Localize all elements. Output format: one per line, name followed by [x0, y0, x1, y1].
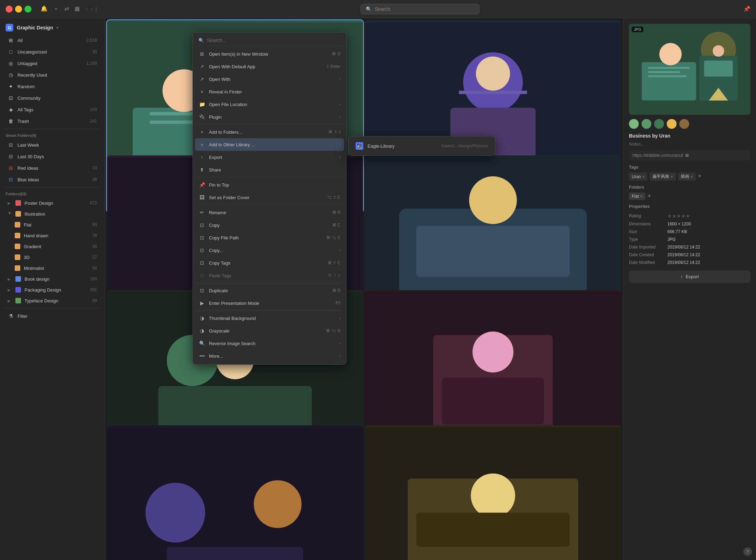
folder-expand-icon-illus: ▶ — [8, 212, 12, 216]
sidebar-item-trash[interactable]: 🗑 Trash 141 — [2, 115, 103, 127]
layout-icon[interactable]: ▦ — [75, 5, 80, 13]
menu-item-copy[interactable]: ⊡ Copy ⌘ C — [195, 219, 344, 231]
menu-item-rename[interactable]: ✏ Rename ⌘ R — [195, 206, 344, 219]
tag-illustration-remove[interactable]: × — [691, 174, 693, 179]
sidebar-item-recently-used[interactable]: ◷ Recently Used — [2, 69, 103, 80]
tags-section-title: Tags — [629, 165, 750, 170]
context-search-input[interactable] — [207, 37, 341, 43]
sync-icon[interactable]: ⇄ — [64, 5, 69, 13]
sidebar-item-gradient[interactable]: Gradient 34 — [2, 241, 103, 252]
add-icon[interactable]: ＋ — [53, 5, 59, 13]
menu-item-add-other-library[interactable]: + Add to Other Library ... › 🦅 Eagle-Lib… — [195, 138, 344, 151]
detail-color-4[interactable] — [667, 119, 677, 129]
context-menu-overlay[interactable]: 🔍 ⊞ Open Item(s) in New Window ⌘ O ↗ Ope… — [105, 18, 623, 560]
submenu-add-library: 🦅 Eagle-Library /Users/.../design/Pictur… — [348, 136, 495, 156]
titlebar-search[interactable]: 🔍 Search — [360, 4, 479, 14]
menu-item-open-new-window[interactable]: ⊞ Open Item(s) in New Window ⌘ O — [195, 48, 344, 60]
folders-section-title: Folders — [629, 185, 750, 190]
menu-item-share[interactable]: ⬆ Share — [195, 163, 344, 176]
sidebar-item-red-ideas[interactable]: ⊟ Red Ideas 33 — [2, 162, 103, 174]
sidebar-item-untagged[interactable]: ◎ Untagged 1,190 — [2, 58, 103, 69]
tag-uran-remove[interactable]: × — [642, 174, 645, 179]
fullscreen-button[interactable] — [24, 6, 31, 13]
tag-add-button[interactable]: + — [698, 173, 702, 181]
recently-used-icon: ◷ — [8, 72, 14, 78]
detail-color-2[interactable] — [642, 119, 651, 129]
menu-item-plugin[interactable]: 🔌 Plugin › — [195, 111, 344, 123]
sidebar-item-community[interactable]: ⊡ Community — [2, 92, 103, 104]
rating-stars[interactable]: ★★★★★ — [667, 213, 690, 219]
menu-divider-5 — [195, 310, 344, 311]
forward-button[interactable]: › — [91, 6, 92, 12]
divider-icon: | — [96, 6, 97, 12]
sidebar-item-minimalist[interactable]: Minimalist 54 — [2, 263, 103, 273]
folder-add-button[interactable]: + — [648, 192, 651, 200]
menu-item-more[interactable]: ••• More... › — [195, 350, 344, 362]
menu-item-paste-tags[interactable]: ⊡ Paste Tags ⌘ ⇧ V — [195, 269, 344, 282]
menu-item-add-folders[interactable]: + Add to Folders... ⌘ ⇧ J — [195, 126, 344, 138]
notes-input[interactable] — [629, 141, 750, 147]
sidebar-item-filter[interactable]: ⚗ Filter — [2, 310, 103, 322]
menu-item-reveal-finder[interactable]: ⌖ Reveal in Finder — [195, 85, 344, 98]
menu-item-open-default[interactable]: ↗ Open With Default App ⇧ Enter — [195, 60, 344, 73]
sidebar-item-last-week[interactable]: ⊟ Last Week — [2, 139, 103, 150]
untagged-icon: ◎ — [8, 60, 14, 66]
back-button[interactable]: ‹ — [86, 6, 88, 12]
sidebar-item-poster-design[interactable]: ▶ Poster Design 872 — [2, 198, 103, 208]
menu-item-enter-presentation[interactable]: ▶ Enter Presentation Mode F5 — [195, 297, 344, 309]
menu-item-copy-more[interactable]: ⊡ Copy... › — [195, 244, 344, 257]
content-area: 🔍 ⊞ Open Item(s) in New Window ⌘ O ↗ Ope… — [105, 18, 623, 560]
export-button[interactable]: ↑ Export — [629, 271, 750, 283]
help-button[interactable]: ? — [743, 547, 752, 556]
sidebar-item-book-design[interactable]: ▶ Book design 150 — [2, 274, 103, 284]
sidebar-item-3d[interactable]: 3D 27 — [2, 252, 103, 262]
menu-item-duplicate[interactable]: ⊡ Duplicate ⌘ D — [195, 284, 344, 297]
menu-item-set-folder-cover[interactable]: 🖼 Set as Folder Cover ⌥ ⇧ C — [195, 191, 344, 204]
sidebar-item-illustration[interactable]: ▶ Illustration — [2, 209, 103, 219]
menu-item-export[interactable]: ↑ Export › — [195, 151, 344, 163]
more-icon: ••• — [198, 352, 205, 359]
sidebar-item-all-tags[interactable]: ◈ All Tags 143 — [2, 104, 103, 115]
menu-item-copy-file-path[interactable]: ⊡ Copy File Path ⌘ ⌥ C — [195, 231, 344, 244]
prop-date-imported: Date Imported 2019/08/12 14:22 — [629, 243, 750, 251]
pin-icon[interactable]: 📌 — [743, 6, 750, 12]
detail-color-1[interactable] — [629, 119, 639, 129]
folder-tag-flat-remove[interactable]: × — [640, 194, 643, 199]
sidebar-item-blue-ideas[interactable]: ⊟ Blue Ideas 28 — [2, 174, 103, 185]
folder-color-hand-drawn — [15, 233, 20, 238]
menu-item-open-file-location[interactable]: 📁 Open File Location › — [195, 98, 344, 111]
notification-icon[interactable]: 🔔 — [41, 5, 48, 13]
sidebar-item-uncategorized[interactable]: □ Uncategorized 30 — [2, 46, 103, 57]
detail-color-3[interactable] — [654, 119, 664, 129]
menu-item-reverse-image-search[interactable]: 🔍 Reverse Image Search › — [195, 337, 344, 350]
menu-item-copy-tags[interactable]: ⊡ Copy Tags ⌘ ⇧ C — [195, 257, 344, 269]
detail-color-5[interactable] — [679, 119, 689, 129]
properties-section-title: Properties — [629, 204, 750, 209]
sidebar-item-flat[interactable]: Flat 93 — [2, 219, 103, 230]
sidebar-item-typeface[interactable]: ▶ Typeface Design 99 — [2, 295, 103, 306]
tag-list: Uran × 扁平风格 × 插画 × + — [629, 173, 750, 181]
thumbnail-background-icon: ◑ — [198, 315, 205, 322]
submenu-item-eagle-library[interactable]: 🦅 Eagle-Library /Users/.../design/Pictur… — [351, 139, 493, 153]
sidebar-item-hand-drawn[interactable]: Hand drawn 78 — [2, 230, 103, 241]
menu-item-open-with[interactable]: ↗ Open With › — [195, 73, 344, 85]
duplicate-icon: ⊡ — [198, 287, 205, 294]
menu-item-pin-to-top[interactable]: 📌 Pin to Top — [195, 178, 344, 191]
menu-item-thumbnail-background[interactable]: ◑ Thumbnail Background › — [195, 312, 344, 324]
sidebar-item-all[interactable]: ⊞ All 2,618 — [2, 35, 103, 46]
tag-flat-style-remove[interactable]: × — [671, 174, 673, 179]
sidebar-item-packaging[interactable]: ▶ Packaging Design 391 — [2, 285, 103, 295]
prop-size: Size 666.77 KB — [629, 228, 750, 236]
minimize-button[interactable] — [15, 6, 22, 13]
menu-item-grayscale[interactable]: ◑ Grayscale ⌘ ⌥ G — [195, 324, 344, 337]
add-other-library-arrow: › — [339, 142, 341, 147]
folder-color-packaging — [15, 287, 21, 293]
community-icon: ⊡ — [8, 95, 14, 101]
titlebar: 🔔 ＋ ⇄ ▦ ‹ › | 🔍 Search 📌 — [0, 0, 756, 18]
library-header: G Graphic Design ▾ — [0, 21, 105, 34]
export-label: Export — [686, 274, 699, 279]
close-button[interactable] — [6, 6, 13, 13]
sidebar-item-last-30-days[interactable]: ⊟ Last 30 Days — [2, 151, 103, 162]
sidebar-item-random[interactable]: ✦ Random — [2, 81, 103, 92]
sidebar: G Graphic Design ▾ ⊞ All 2,618 □ Uncateg… — [0, 18, 105, 560]
